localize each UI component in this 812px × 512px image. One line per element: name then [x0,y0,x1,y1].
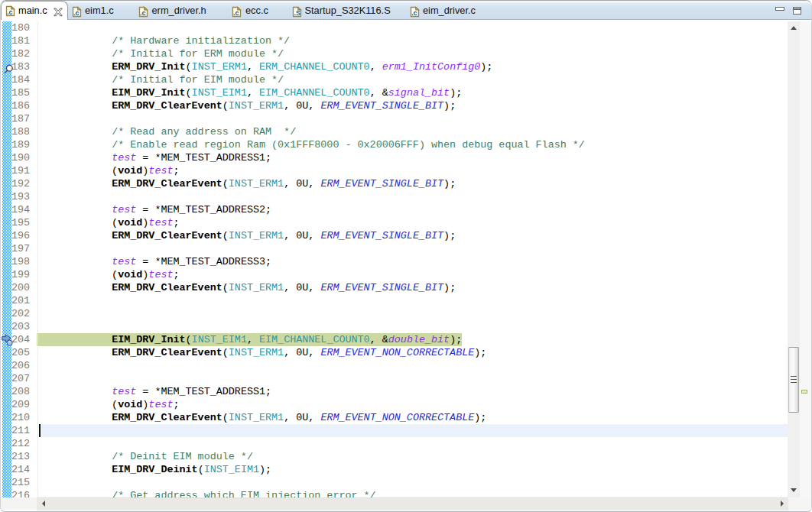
svg-text:.c: .c [140,9,146,17]
svg-text:.S: .S [294,9,300,17]
svg-text:.c: .c [73,9,80,17]
svg-text:.c: .c [7,8,13,16]
svg-text:.c: .c [411,9,417,17]
svg-text:.c: .c [233,9,239,17]
